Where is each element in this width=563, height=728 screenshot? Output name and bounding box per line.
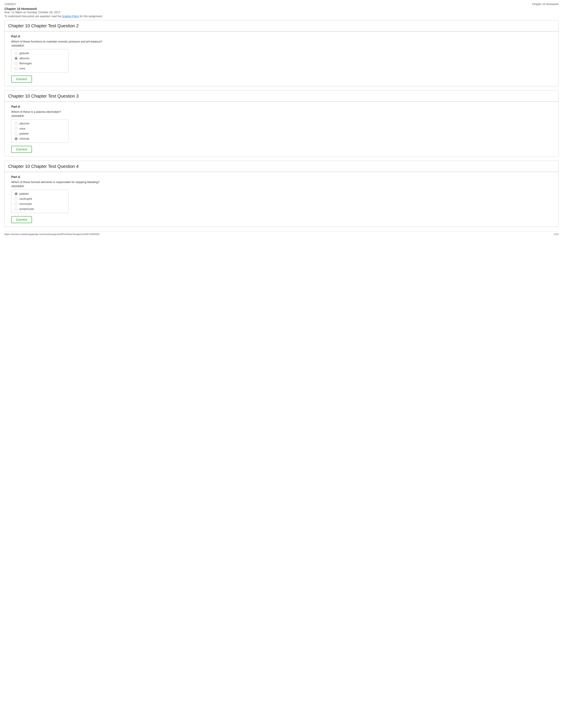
radio-selected-icon[interactable] bbox=[15, 57, 18, 60]
top-bar-title: Chapter 10 Homework bbox=[532, 3, 559, 6]
option-row-1-2[interactable]: albumin bbox=[15, 57, 65, 60]
options-box-2: albuminureaplateletchloride bbox=[11, 119, 68, 143]
option-row-2-3[interactable]: platelet bbox=[15, 132, 65, 135]
assignment-header: Chapter 10 Homework Due: 11:58pm on Sund… bbox=[4, 7, 559, 14]
correct-badge-3: Correct bbox=[11, 216, 554, 223]
correct-badge-1: Correct bbox=[11, 76, 554, 83]
radio-unselected-icon[interactable] bbox=[15, 207, 18, 211]
part-label-1: Part A bbox=[11, 35, 554, 38]
option-label-2-1: albumin bbox=[19, 122, 30, 125]
option-label-2-3: platelet bbox=[19, 132, 29, 135]
options-box-1: globulinalbuminfibrinogenurea bbox=[11, 49, 68, 72]
assignment-title: Chapter 10 Homework bbox=[4, 7, 559, 11]
question-block-1: Chapter 10 Chapter Test Question 2Part A… bbox=[4, 20, 559, 86]
answer-label-1: ANSWER: bbox=[11, 44, 554, 47]
option-label-3-4: lymphocyte bbox=[19, 207, 34, 211]
option-label-3-2: neutrophil bbox=[19, 197, 32, 200]
part-label-2: Part A bbox=[11, 105, 554, 108]
option-label-2-4: chloride bbox=[19, 137, 30, 140]
assignment-due: Due: 11:58pm on Sunday, October 29, 2017 bbox=[4, 11, 559, 14]
option-label-3-3: monocyte bbox=[19, 202, 32, 206]
grading-policy-link[interactable]: Grading Policy bbox=[62, 15, 79, 18]
question-title-3: Chapter 10 Chapter Test Question 4 bbox=[5, 161, 558, 172]
option-row-1-3[interactable]: fibrinogen bbox=[15, 62, 65, 65]
part-section-2: Part AWhich of these is a plasma electro… bbox=[5, 102, 558, 156]
option-row-2-2[interactable]: urea bbox=[15, 127, 65, 130]
option-row-2-1[interactable]: albumin bbox=[15, 122, 65, 125]
question-title-2: Chapter 10 Chapter Test Question 3 bbox=[5, 91, 558, 102]
option-label-3-1: platelet bbox=[19, 192, 29, 195]
footer-url: https://session.masteringaandp.com/myct/… bbox=[4, 233, 99, 235]
top-bar-date: 12/8/2017 bbox=[4, 3, 16, 6]
radio-selected-icon[interactable] bbox=[15, 137, 18, 140]
option-row-1-1[interactable]: globulin bbox=[15, 52, 65, 55]
question-block-2: Chapter 10 Chapter Test Question 3Part A… bbox=[4, 90, 559, 157]
radio-unselected-icon[interactable] bbox=[15, 202, 18, 206]
radio-unselected-icon[interactable] bbox=[15, 132, 18, 135]
radio-unselected-icon[interactable] bbox=[15, 52, 18, 55]
footer-bar: https://session.masteringaandp.com/myct/… bbox=[4, 231, 559, 235]
question-text-3: Which of these formed elements is respon… bbox=[11, 180, 554, 184]
option-row-3-2[interactable]: neutrophil bbox=[15, 197, 65, 200]
option-label-2-2: urea bbox=[19, 127, 25, 130]
radio-unselected-icon[interactable] bbox=[15, 122, 18, 125]
question-text-1: Which of these functions to maintain osm… bbox=[11, 40, 554, 43]
answer-label-3: ANSWER: bbox=[11, 185, 554, 188]
radio-unselected-icon[interactable] bbox=[15, 127, 18, 130]
options-box-3: plateletneutrophilmonocytelymphocyte bbox=[11, 190, 68, 213]
grading-note: To understand how points are awarded, re… bbox=[4, 15, 559, 18]
part-section-1: Part AWhich of these functions to mainta… bbox=[5, 31, 558, 86]
part-section-3: Part AWhich of these formed elements is … bbox=[5, 172, 558, 227]
option-label-1-1: globulin bbox=[19, 52, 29, 55]
option-row-3-3[interactable]: monocyte bbox=[15, 202, 65, 206]
correct-badge-2: Correct bbox=[11, 146, 554, 153]
option-row-3-1[interactable]: platelet bbox=[15, 192, 65, 195]
option-row-2-4[interactable]: chloride bbox=[15, 137, 65, 140]
footer-page: 1/14 bbox=[554, 233, 559, 235]
option-row-1-4[interactable]: urea bbox=[15, 67, 65, 70]
option-row-3-4[interactable]: lymphocyte bbox=[15, 207, 65, 211]
option-label-1-2: albumin bbox=[19, 57, 30, 60]
radio-unselected-icon[interactable] bbox=[15, 197, 18, 200]
answer-label-2: ANSWER: bbox=[11, 114, 554, 118]
radio-unselected-icon[interactable] bbox=[15, 67, 18, 70]
top-bar: 12/8/2017 Chapter 10 Homework bbox=[4, 3, 559, 6]
question-block-3: Chapter 10 Chapter Test Question 4Part A… bbox=[4, 161, 559, 227]
radio-selected-icon[interactable] bbox=[15, 192, 18, 195]
radio-unselected-icon[interactable] bbox=[15, 62, 18, 65]
question-text-2: Which of these is a plasma electrolyte? bbox=[11, 110, 554, 113]
option-label-1-4: urea bbox=[19, 67, 25, 70]
option-label-1-3: fibrinogen bbox=[19, 62, 32, 65]
part-label-3: Part A bbox=[11, 175, 554, 179]
question-title-1: Chapter 10 Chapter Test Question 2 bbox=[5, 20, 558, 31]
